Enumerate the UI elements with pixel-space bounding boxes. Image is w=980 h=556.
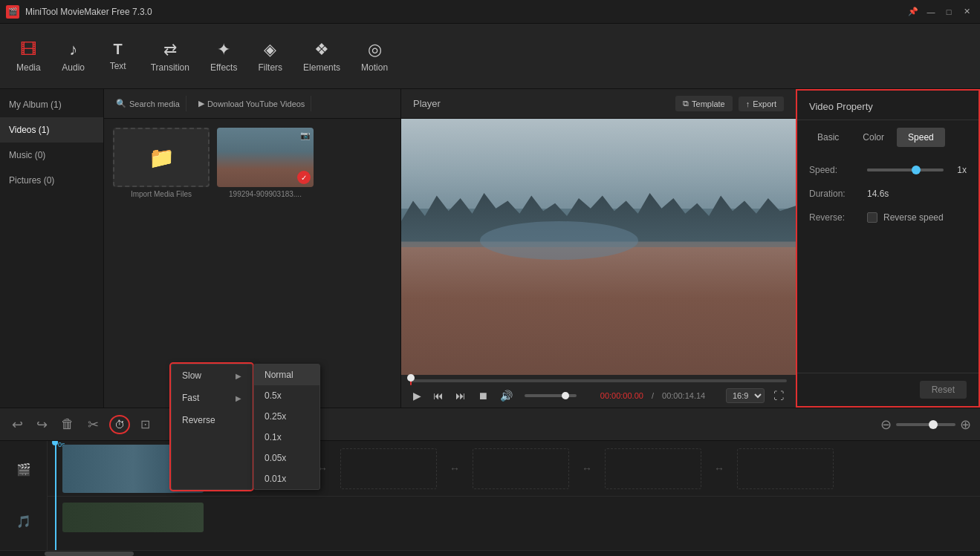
player-timeline[interactable] xyxy=(410,379,787,382)
property-tabs: Basic Color Speed xyxy=(797,120,979,154)
arrow-3: ↔ xyxy=(572,448,602,489)
submenu-0.25x[interactable]: 0.25x xyxy=(254,406,319,427)
tab-speed[interactable]: Speed xyxy=(897,128,945,147)
speed-reverse-item[interactable]: Reverse xyxy=(172,409,252,431)
player-area: Player ⧉ Template ↑ Export xyxy=(401,89,796,408)
close-button[interactable]: ✕ xyxy=(959,4,974,19)
minimize-button[interactable]: — xyxy=(924,4,938,19)
empty-slot-3 xyxy=(473,448,569,489)
effects-icon: ✦ xyxy=(217,40,230,59)
zoom-dot xyxy=(929,420,938,429)
fullscreen-button[interactable]: ⛶ xyxy=(770,388,787,403)
submenu-0.01x[interactable]: 0.01x xyxy=(254,468,319,489)
speed-timeline-button[interactable]: ⏱ xyxy=(109,415,130,434)
submenu-0.05x[interactable]: 0.05x xyxy=(254,448,319,468)
player-title: Player xyxy=(413,98,441,109)
search-media-button[interactable]: 🔍 Search media xyxy=(110,96,186,111)
import-media-item[interactable]: 📁 Import Media Files xyxy=(113,128,210,399)
toolbar-item-filters[interactable]: ◈ Filters xyxy=(247,34,293,79)
motion-icon: ◎ xyxy=(368,40,382,59)
maximize-button[interactable]: □ xyxy=(941,4,956,19)
toolbar-item-media[interactable]: 🎞 Media xyxy=(6,34,51,79)
main-area: My Album (1) Videos (1) Music (0) Pictur… xyxy=(0,89,980,408)
media-icon: 🎞 xyxy=(20,40,36,59)
toolbar-audio-label: Audio xyxy=(62,62,85,73)
template-icon: ⧉ xyxy=(683,99,689,108)
context-menu-overlay: Slow ▶ Fast ▶ Reverse Normal 0.5x 0.25x … xyxy=(171,364,320,490)
delete-button[interactable]: 🗑 xyxy=(58,413,77,435)
sidebar-item-music[interactable]: Music (0) xyxy=(0,143,103,168)
time-separator: / xyxy=(649,391,656,400)
zoom-out-button[interactable]: ⊖ xyxy=(880,416,892,433)
app-icon: 🎬 xyxy=(6,5,19,19)
prev-frame-button[interactable]: ⏮ xyxy=(430,388,447,403)
toolbar: 🎞 Media ♪ Audio T Text ⇄ Transition ✦ Ef… xyxy=(0,24,980,89)
speed-slider[interactable] xyxy=(867,169,944,171)
player-video-inner xyxy=(401,119,796,375)
toolbar-item-audio[interactable]: ♪ Audio xyxy=(51,34,96,79)
zoom-slider[interactable] xyxy=(896,423,955,426)
speed-slider-dot xyxy=(912,166,921,174)
audio-clip[interactable] xyxy=(62,503,204,532)
timeline-toolbar: ↩ ↪ 🗑 ✂ ⏱ ⊡ ⊖ ⊕ xyxy=(0,408,980,441)
stop-button[interactable]: ⏹ xyxy=(475,388,491,403)
timeline-scrollbar[interactable] xyxy=(0,550,980,556)
reverse-checkbox[interactable] xyxy=(867,212,877,223)
undo-button[interactable]: ↩ xyxy=(9,413,26,436)
sidebar-item-pictures[interactable]: Pictures (0) xyxy=(0,168,103,193)
toolbar-item-motion[interactable]: ◎ Motion xyxy=(351,34,398,79)
player-video xyxy=(401,119,796,375)
media-panel: 🔍 Search media ▶ Download YouTube Videos… xyxy=(104,89,401,408)
timeline-content: 🎬 🎵 0s ↔ ↔ ↔ ↔ xyxy=(0,441,980,550)
slow-arrow: ▶ xyxy=(236,372,241,380)
timeline-progress xyxy=(410,376,412,385)
next-frame-button[interactable]: ⏭ xyxy=(452,388,469,403)
zoom-in-button[interactable]: ⊕ xyxy=(960,416,971,433)
aspect-ratio-select[interactable]: 16:9 9:16 1:1 4:3 xyxy=(726,388,765,403)
toolbar-item-transition[interactable]: ⇄ Transition xyxy=(140,34,200,79)
sidebar: My Album (1) Videos (1) Music (0) Pictur… xyxy=(0,89,104,408)
tab-color[interactable]: Color xyxy=(851,128,895,147)
toolbar-text-label: Text xyxy=(110,61,126,71)
redo-button[interactable]: ↪ xyxy=(33,413,51,436)
video-media-item[interactable]: 📷 ✓ 199294-909903183.... xyxy=(217,128,314,399)
player-buttons: ▶ ⏮ ⏭ ⏹ 🔊 00:00:00.00 / 00:00:14.14 16:9… xyxy=(410,388,787,403)
property-panel: Video Property Basic Color Speed Speed: … xyxy=(796,89,980,408)
toolbar-item-elements[interactable]: ❖ Elements xyxy=(293,34,351,79)
volume-button[interactable]: 🔊 xyxy=(497,388,516,403)
reset-button[interactable]: Reset xyxy=(920,381,967,399)
crop-button[interactable]: ⊡ xyxy=(137,414,153,434)
cut-button[interactable]: ✂ xyxy=(85,413,102,436)
empty-slot-5 xyxy=(737,448,834,489)
sidebar-item-videos[interactable]: Videos (1) xyxy=(0,117,103,143)
scrollbar-thumb[interactable] xyxy=(45,552,134,556)
toolbar-item-effects[interactable]: ✦ Effects xyxy=(200,34,247,79)
camera-icon: 📷 xyxy=(300,131,311,140)
elements-icon: ❖ xyxy=(314,40,329,59)
submenu-normal[interactable]: Normal xyxy=(254,364,319,385)
duration-row: Duration: 14.6s xyxy=(809,189,967,199)
speed-row: Speed: 1x xyxy=(809,165,967,175)
property-panel-header: Video Property xyxy=(797,91,979,120)
speed-slow-item[interactable]: Slow ▶ xyxy=(172,364,252,387)
speed-fast-item[interactable]: Fast ▶ xyxy=(172,387,252,409)
toolbar-transition-label: Transition xyxy=(151,62,189,73)
property-footer: Reset xyxy=(797,373,979,406)
volume-slider[interactable] xyxy=(525,394,577,397)
playhead xyxy=(55,441,56,550)
submenu-0.1x[interactable]: 0.1x xyxy=(254,427,319,448)
template-button[interactable]: ⧉ Template xyxy=(675,96,733,111)
tab-basic[interactable]: Basic xyxy=(806,128,850,147)
player-actions: ⧉ Template ↑ Export xyxy=(675,96,784,111)
player-header: Player ⧉ Template ↑ Export xyxy=(401,89,796,119)
submenu-0.5x[interactable]: 0.5x xyxy=(254,385,319,406)
play-button[interactable]: ▶ xyxy=(410,388,424,403)
timeline: ↩ ↪ 🗑 ✂ ⏱ ⊡ ⊖ ⊕ 🎬 🎵 0s xyxy=(0,408,980,556)
export-button[interactable]: ↑ Export xyxy=(739,97,784,111)
toolbar-item-text[interactable]: T Text xyxy=(96,35,140,77)
sidebar-item-my-album[interactable]: My Album (1) xyxy=(0,92,103,117)
player-controls: ▶ ⏮ ⏭ ⏹ 🔊 00:00:00.00 / 00:00:14.14 16:9… xyxy=(401,375,796,408)
download-youtube-button[interactable]: ▶ Download YouTube Videos xyxy=(192,96,312,111)
toolbar-filters-label: Filters xyxy=(258,62,282,73)
pin-button[interactable]: 📌 xyxy=(906,4,921,19)
